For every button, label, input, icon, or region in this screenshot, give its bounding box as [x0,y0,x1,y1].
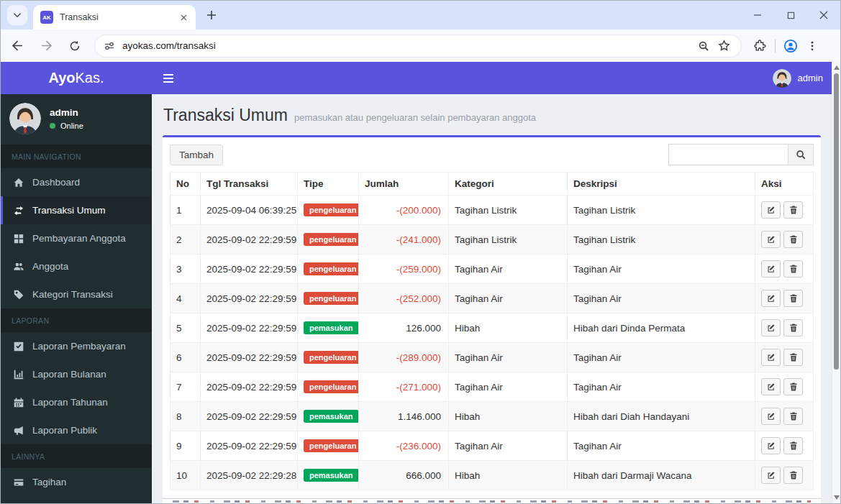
add-button[interactable]: Tambah [170,145,223,165]
cell-tipe: pengeluaran [298,196,359,225]
edit-button[interactable] [761,437,781,454]
sidebar-item-kategori-transaksi[interactable]: Kategori Transaksi [1,280,152,308]
sidebar-item-anggota[interactable]: Anggota [1,252,152,280]
sidebar-item-pembayaran-anggota[interactable]: Pembayaran Anggota [1,224,152,252]
cell-deskripsi: Tagihan Air [568,431,755,461]
cell-date: 2025-09-04 06:39:25 [201,196,298,225]
page-subtitle: pemasukan atau pengeluaran selain pembay… [294,112,536,123]
trash-icon [789,294,798,303]
edit-button[interactable] [761,467,781,484]
close-window-button[interactable] [807,1,840,29]
header-user-menu[interactable]: admin [766,69,833,88]
maximize-button[interactable] [774,1,807,29]
search-input[interactable] [668,144,788,165]
back-icon[interactable] [5,34,29,58]
tab-search-button[interactable] [7,5,27,25]
retweet-icon [14,206,29,216]
cell-deskripsi: Tagihan Listrik [568,225,755,255]
scrollbar-thumb[interactable] [834,73,839,370]
cell-aksi [755,402,814,431]
delete-button[interactable] [783,231,803,248]
browser-tab[interactable]: AK Transaksi [33,5,196,29]
tipe-badge: pemasukan [304,321,359,334]
edit-button[interactable] [761,378,781,395]
brand-logo[interactable]: AyoKas. [1,62,152,94]
column-header-deskripsi: Deskripsi [568,173,755,196]
table-row: 22025-09-02 22:29:59pengeluaran-(241.000… [171,225,814,255]
table-row: 52025-09-02 22:29:59pemasukan126.000Hiba… [171,313,814,343]
delete-button[interactable] [783,201,803,219]
edit-button[interactable] [761,319,781,336]
cell-deskripsi: Hibah dari Darmaji Wacana [568,461,755,490]
edit-button[interactable] [761,201,781,219]
menu-dots-icon[interactable] [801,35,823,57]
sidebar-item-laporan-pembayaran[interactable]: Laporan Pembayaran [1,332,152,360]
delete-button[interactable] [783,378,803,395]
sidebar-item-laporan-bulanan[interactable]: Laporan Bulanan [1,360,152,388]
cell-tipe: pengeluaran [298,284,359,313]
cell-no: 5 [171,313,201,343]
sidebar-toggle-icon[interactable] [152,62,184,94]
delete-button[interactable] [783,408,803,425]
edit-button[interactable] [761,260,781,278]
app-header: AyoKas. admin [1,62,833,94]
reload-icon[interactable] [63,34,87,58]
cell-tipe: pengeluaran [298,343,359,372]
tipe-badge: pengeluaran [304,262,359,275]
delete-button[interactable] [783,290,803,307]
tipe-badge: pemasukan [304,410,359,423]
sidebar-item-label: Laporan Publik [32,425,97,436]
online-status[interactable]: Online [50,122,83,130]
search-group [668,144,814,165]
sidebar-item-tagihan[interactable]: Tagihan [1,468,152,496]
search-button[interactable] [788,144,814,165]
sidebar-item-laporan-publik[interactable]: Laporan Publik [1,416,152,444]
sidebar-item-transaksi-umum[interactable]: Transaksi Umum [1,196,152,224]
tipe-badge: pengeluaran [304,292,359,305]
trash-icon [789,324,798,332]
url-bar[interactable]: ayokas.com/transaksi [94,35,742,58]
edit-icon [767,471,776,480]
tab-close-icon[interactable] [177,11,190,24]
zoom-icon[interactable] [694,36,714,56]
calendar-icon [14,398,29,408]
edit-button[interactable] [761,408,781,425]
table-row: 32025-09-02 22:29:59pengeluaran-(259.000… [171,255,814,284]
delete-button[interactable] [783,349,803,366]
credit-card-icon [14,477,29,487]
scroll-up-icon[interactable] [832,63,840,72]
profile-icon[interactable] [780,35,801,57]
bullhorn-icon [14,426,29,436]
sidebar-item-dashboard[interactable]: Dashboard [1,168,152,196]
cell-date: 2025-09-02 22:29:59 [201,372,298,402]
cell-aksi [755,372,814,402]
cell-date: 2025-09-02 22:29:59 [201,402,298,431]
table-row: 62025-09-02 22:29:59pengeluaran-(289.000… [171,343,814,372]
scroll-down-icon[interactable] [832,493,840,502]
trash-icon [789,235,798,244]
sidebar-item-laporan-tahunan[interactable]: Laporan Tahunan [1,388,152,416]
edit-button[interactable] [761,290,781,307]
extensions-icon[interactable] [749,35,770,57]
cell-kategori: Tagihan Air [449,431,568,461]
forward-icon[interactable] [34,34,58,58]
sidebar-item-label: Pembayaran Anggota [32,233,126,244]
site-info-icon[interactable] [104,40,115,52]
table-row: 12025-09-04 06:39:25pengeluaran-(200.000… [171,196,814,225]
cell-jumlah: -(236.000) [359,431,449,461]
delete-button[interactable] [783,437,803,454]
minimize-button[interactable] [741,1,774,29]
column-header-jumlah: Jumlah [359,173,449,196]
url-text[interactable]: ayokas.com/transaksi [122,40,694,51]
delete-button[interactable] [783,467,803,484]
delete-button[interactable] [783,319,803,336]
edit-button[interactable] [761,231,781,248]
tipe-badge: pengeluaran [304,380,359,393]
page-scrollbar[interactable] [832,62,840,503]
edit-button[interactable] [761,349,781,366]
delete-button[interactable] [783,260,803,278]
sidebar-section-header: MAIN NAVIGATION [1,145,152,168]
sidebar-item-label: Tagihan [32,477,66,487]
new-tab-button[interactable] [201,5,222,25]
bookmark-star-icon[interactable] [714,36,734,56]
